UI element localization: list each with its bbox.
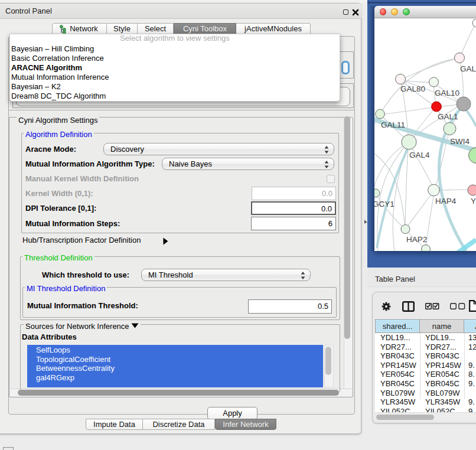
svg-text:GAL4: GAL4 bbox=[409, 151, 430, 159]
svg-text:GAL7: GAL7 bbox=[460, 64, 476, 73]
svg-text:GAL80: GAL80 bbox=[400, 84, 425, 93]
svg-text:GAL11: GAL11 bbox=[381, 120, 405, 129]
svg-text:GAL10: GAL10 bbox=[435, 89, 459, 97]
svg-text:SWI4: SWI4 bbox=[450, 137, 470, 146]
svg-text:HAP4: HAP4 bbox=[435, 197, 457, 206]
svg-text:HAP2: HAP2 bbox=[406, 235, 427, 244]
svg-text:GAL1: GAL1 bbox=[438, 112, 458, 121]
svg-text:YB: YB bbox=[471, 197, 476, 206]
svg-text:GCY1: GCY1 bbox=[374, 200, 395, 208]
